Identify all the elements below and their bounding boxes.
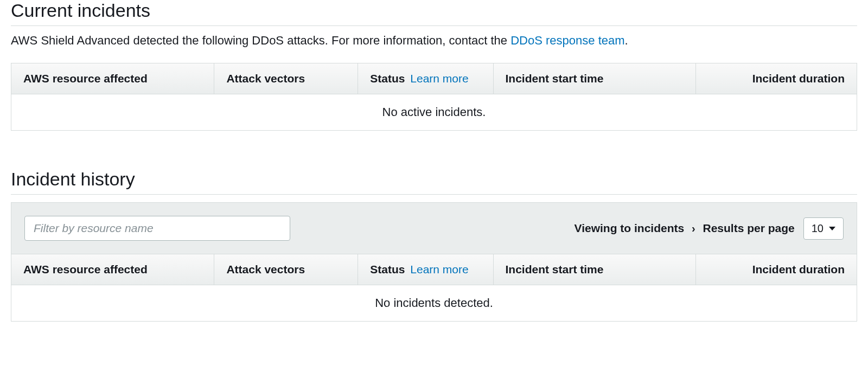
col-header-status-text: Status <box>370 263 405 275</box>
col-header-duration: Incident duration <box>696 254 857 285</box>
subtext-suffix: . <box>625 34 628 47</box>
col-header-start: Incident start time <box>493 254 696 285</box>
current-empty-row: No active incidents. <box>11 94 857 131</box>
current-empty-message: No active incidents. <box>11 94 857 131</box>
history-empty-message: No incidents detected. <box>11 285 857 322</box>
ddos-response-team-link[interactable]: DDoS response team <box>510 34 624 47</box>
results-per-page-select[interactable]: 10 <box>803 217 844 240</box>
col-header-status-text: Status <box>370 72 405 85</box>
history-empty-row: No incidents detected. <box>11 285 857 322</box>
filter-by-resource-input[interactable] <box>24 216 290 241</box>
current-incidents-subtext: AWS Shield Advanced detected the followi… <box>11 34 857 48</box>
current-incidents-section: Current incidents AWS Shield Advanced de… <box>11 0 857 131</box>
viewing-text: Viewing to incidents <box>575 222 685 234</box>
chevron-right-icon: › <box>692 222 695 235</box>
col-header-status: Status Learn more <box>358 63 493 94</box>
history-table-wrap: AWS resource affected Attack vectors Sta… <box>11 254 857 322</box>
current-incidents-table-wrap: AWS resource affected Attack vectors Sta… <box>11 63 857 131</box>
history-table: AWS resource affected Attack vectors Sta… <box>11 254 857 321</box>
current-incidents-heading: Current incidents <box>11 0 857 26</box>
current-incidents-table: AWS resource affected Attack vectors Sta… <box>11 63 857 130</box>
col-header-vectors: Attack vectors <box>214 254 358 285</box>
results-per-page-label: Results per page <box>703 222 795 234</box>
per-page-value: 10 <box>812 222 824 235</box>
filter-right-group: Viewing to incidents › Results per page … <box>575 217 844 240</box>
col-header-resource: AWS resource affected <box>11 254 214 285</box>
history-filter-panel: Viewing to incidents › Results per page … <box>11 202 857 254</box>
col-header-start: Incident start time <box>493 63 696 94</box>
status-learn-more-link[interactable]: Learn more <box>410 72 468 85</box>
subtext-prefix: AWS Shield Advanced detected the followi… <box>11 34 510 47</box>
caret-down-icon <box>829 227 835 230</box>
col-header-resource: AWS resource affected <box>11 63 214 94</box>
incident-history-heading: Incident history <box>11 169 857 195</box>
col-header-status: Status Learn more <box>358 254 493 285</box>
col-header-vectors: Attack vectors <box>214 63 358 94</box>
incident-history-section: Incident history Viewing to incidents › … <box>11 169 857 322</box>
col-header-duration: Incident duration <box>696 63 857 94</box>
status-learn-more-link[interactable]: Learn more <box>410 263 468 275</box>
viewing-incidents-label: Viewing to incidents › Results per page <box>575 222 795 235</box>
